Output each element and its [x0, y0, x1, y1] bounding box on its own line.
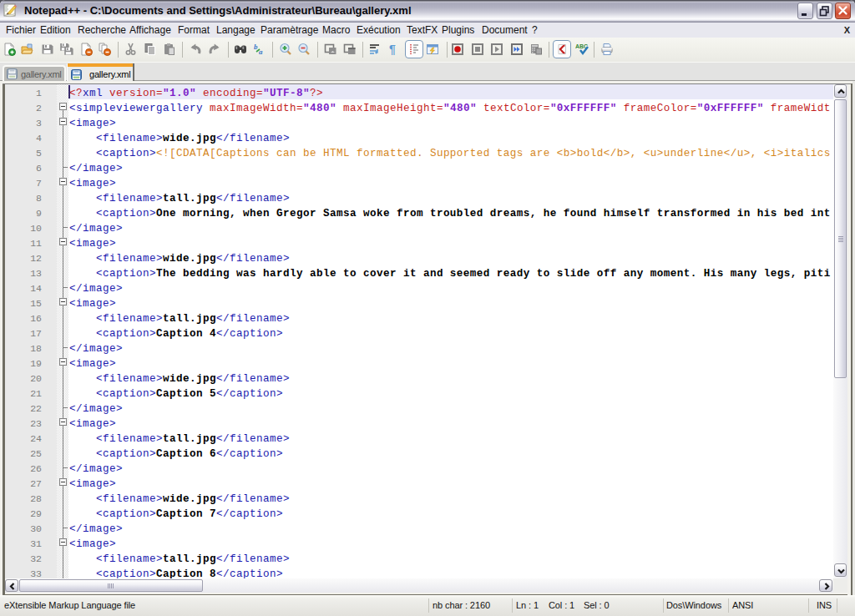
svg-text:a: a	[259, 48, 263, 56]
svg-text:¶: ¶	[389, 43, 396, 56]
svg-text:b: b	[254, 43, 258, 51]
